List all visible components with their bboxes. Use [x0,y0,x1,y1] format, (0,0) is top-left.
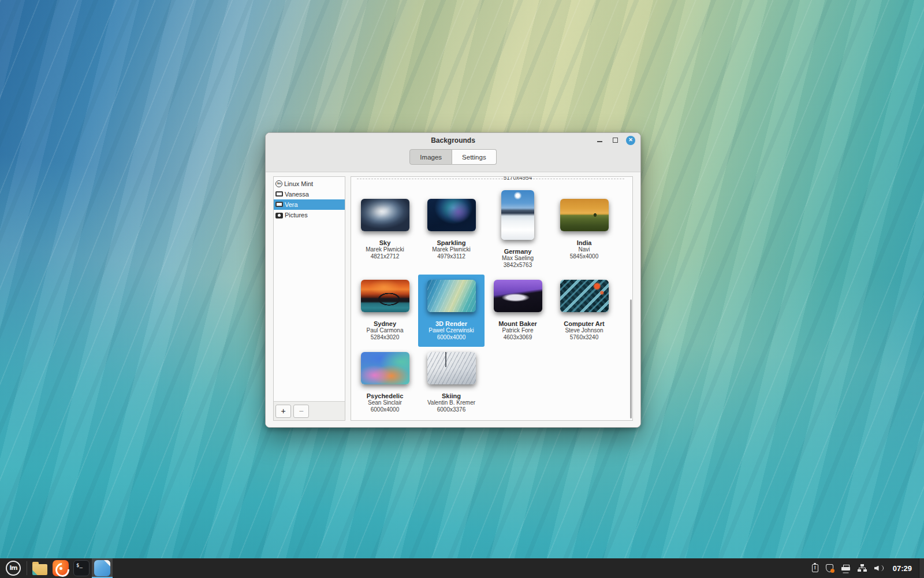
mint-logo-icon [275,180,282,187]
window-controls: ✕ [595,136,640,145]
wallpaper-sparkling[interactable]: Sparkling Marek Piwnicki 4979x3112 [418,194,485,266]
taskbar-app-terminal[interactable] [71,558,92,578]
source-toolbar: + − [274,401,345,420]
wallpaper-thumbnail [560,280,609,312]
monitor-icon [275,191,283,198]
taskbar-app-backgrounds[interactable] [92,558,113,578]
wallpaper-germany[interactable]: Germany Max Saeling 3842x5763 [485,185,551,275]
wallpaper-thumbnail [427,352,476,384]
maximize-icon [613,138,618,143]
network-icon [858,564,867,572]
remove-folder-button[interactable]: − [293,405,309,418]
window-titlebar[interactable]: Backgrounds ✕ [266,133,640,147]
wallpaper-india[interactable]: India Navi 5845x4000 [551,194,617,266]
minimize-button[interactable] [595,136,604,145]
sidebar-item-vera[interactable]: Vera [274,199,345,210]
taskbar-app-firefox[interactable] [50,558,71,578]
window-content: Linux Mint Vanessa Vera Pictures + [266,172,640,428]
wallpaper-mount-baker[interactable]: Mount Baker Patrick Fore 4603x3069 [485,275,551,347]
wallpaper-3d-render[interactable]: 3D Render Pawel Czerwinski 6000x4000 [418,275,485,347]
wallpaper-thumbnail [560,199,609,231]
terminal-icon [73,560,90,576]
taskbar: 07:29 [0,558,924,578]
sidebar-item-pictures[interactable]: Pictures [274,210,345,220]
tray-item-updates[interactable] [826,564,834,572]
wallpaper-skiing[interactable]: Skiing Valentin B. Kremer 6000x3376 [418,347,485,419]
wallpaper-gallery: 5170x4954 Sky Marek Piwnicki 4821x2712 S… [351,176,633,421]
close-button[interactable]: ✕ [626,136,635,145]
menu-button[interactable] [0,558,27,578]
tray-item-volume[interactable] [874,564,884,572]
gallery-scrollbar[interactable] [630,299,632,418]
wallpaper-thumbnail [501,190,534,240]
wallpaper-sydney[interactable]: Sydney Paul Carmona 5284x3020 [352,275,418,347]
tab-images[interactable]: Images [409,149,452,165]
clock[interactable]: 07:29 [893,564,912,573]
show-desktop-button[interactable] [919,558,924,578]
report-icon [812,564,818,572]
view-tabs: ImagesSettings [266,149,640,172]
tray-item-network[interactable] [858,564,867,572]
close-icon: ✕ [628,138,633,143]
taskbar-right: 07:29 [812,558,924,578]
taskbar-left [0,558,113,578]
firefox-icon [53,560,69,576]
desktop-wallpaper: Backgrounds ✕ ImagesSettings Linux Mint [0,0,924,578]
tray-item-printer[interactable] [841,565,850,572]
folder-icon [32,564,47,575]
wallpaper-computer-art[interactable]: Computer Art Steve Johnson 5760x3240 [551,275,617,347]
wallpaper-psychedelic[interactable]: Psychedelic Sean Sinclair 6000x4000 [352,347,418,419]
partial-resolution-label: 5170x4954 [485,176,551,181]
volume-icon [874,564,884,572]
tray-item-report[interactable] [812,564,818,572]
taskbar-app-file-manager[interactable] [29,558,50,578]
monitor-icon [275,202,283,208]
wallpaper-thumbnail [361,199,409,231]
add-folder-button[interactable]: + [275,405,291,418]
printer-icon [841,565,850,572]
system-tray [812,564,884,572]
wallpaper-thumbnail [361,280,409,312]
wallpaper-sky[interactable]: Sky Marek Piwnicki 4821x2712 [352,194,418,266]
window-header: Backgrounds ✕ ImagesSettings [266,133,640,172]
window-title: Backgrounds [266,136,640,144]
taskbar-apps [29,558,113,578]
taskbar-separator [27,561,27,575]
wallpaper-thumbnail [494,280,542,312]
maximize-button[interactable] [610,136,620,145]
backgrounds-window: Backgrounds ✕ ImagesSettings Linux Mint [265,132,641,428]
sidebar-item-vanessa[interactable]: Vanessa [274,189,345,199]
wallpaper-thumbnail [427,280,476,312]
image-icon [94,560,110,576]
minimize-icon [597,141,602,142]
wallpaper-grid: Sky Marek Piwnicki 4821x2712 Sparkling M… [351,177,632,419]
tab-settings[interactable]: Settings [452,149,497,165]
wallpaper-thumbnail [361,352,409,384]
shield-update-icon [826,564,834,572]
mint-logo-icon [6,561,21,576]
sources-panel: Linux Mint Vanessa Vera Pictures + [273,176,345,421]
source-list: Linux Mint Vanessa Vera Pictures [274,177,345,401]
sidebar-item-linux-mint[interactable]: Linux Mint [274,179,345,189]
wallpaper-thumbnail [427,199,476,231]
camera-icon [275,213,283,218]
